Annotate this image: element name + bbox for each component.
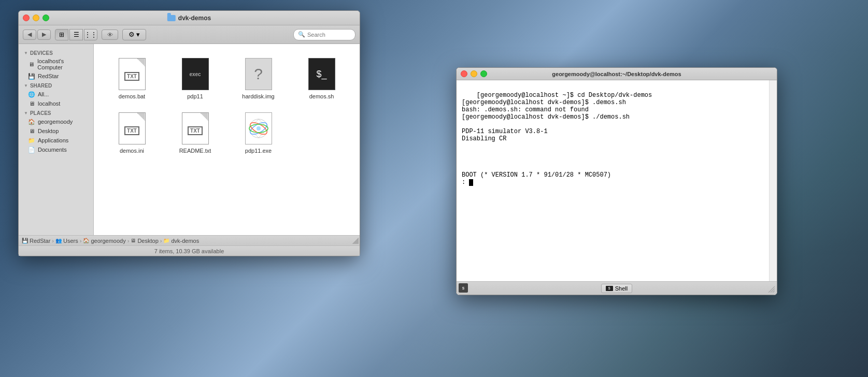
txt-badge-readme: TXT [188,126,203,135]
forward-button[interactable]: ▶ [37,30,51,40]
file-item-readme-txt[interactable]: TXT README.txt [165,106,225,158]
view-buttons: ⊞ ☰ ⋮⋮ [55,29,97,40]
breadcrumb-georgemoody[interactable]: georgemoody [91,238,125,244]
terminal-scrollbar[interactable] [769,80,777,281]
search-icon: 🔍 [298,31,305,38]
txt-badge: TXT [124,72,139,81]
terminal-minimize-button[interactable] [471,70,477,77]
file-icon-harddisk: ? [243,56,274,92]
terminal-window: georgemoody@localhost:~/Desktop/dvk-demo… [456,67,777,295]
file-item-demos-bat[interactable]: TXT demos.bat [102,52,162,104]
breadcrumb-sep-3: › [127,238,130,244]
breadcrumb-icon-redstar: 💾 [22,238,28,243]
breadcrumb: 💾 RedStar › 👥 Users › 🏠 georgemoody › 🖥 … [22,238,199,244]
breadcrumb-sep-1: › [52,238,54,244]
breadcrumb-redstar[interactable]: RedStar [30,238,50,244]
sidebar-item-applications[interactable]: Applications [19,136,93,145]
close-button[interactable] [23,15,30,21]
file-icon-demos-ini: TXT [117,110,148,147]
search-box[interactable]: 🔍 [293,29,355,40]
file-label-pdp11-exe: pdp11.exe [245,148,272,154]
txt-icon: TXT [119,58,146,90]
terminal-traffic-lights [461,70,487,77]
shell-tab-label: Shell [615,285,628,292]
column-view-button[interactable]: ⋮⋮ [84,29,97,40]
file-item-pdp11-exe[interactable]: pdp11.exe [228,106,289,158]
section-triangle-places: ▼ [24,111,28,115]
file-item-pdp11[interactable]: exec pdp11 [165,52,225,104]
breadcrumb-sep-4: › [160,238,162,244]
breadcrumb-users[interactable]: Users [63,238,78,244]
txt-icon-ini: TXT [119,112,146,144]
list-view-button[interactable]: ☰ [69,29,83,40]
globe-icon [28,91,35,98]
maximize-button[interactable] [42,15,49,21]
terminal-maximize-button[interactable] [480,70,487,77]
breadcrumb-icon-desktop: 🖥 [131,238,136,243]
eye-button[interactable]: 👁 [102,30,118,40]
icon-view-button[interactable]: ⊞ [55,29,68,40]
home-icon [28,118,35,125]
unknown-icon: ? [245,58,272,90]
nav-buttons: ◀ ▶ [23,30,51,40]
file-icon-demos-bat: TXT [117,56,148,92]
exec-icon: exec [182,58,209,90]
terminal-resize-handle[interactable] [767,285,775,293]
finder-window: dvk-demos ◀ ▶ ⊞ ☰ ⋮⋮ 👁 ⚙ ▾ 🔍 ▼ DEVICES [18,10,360,256]
shell-tab-icon: $ [606,286,613,291]
back-button[interactable]: ◀ [23,30,36,40]
terminal-close-button[interactable] [461,70,467,77]
file-label-readme: README.txt [179,148,211,154]
resize-handle[interactable] [352,238,359,244]
sidebar-item-all[interactable]: All... [19,90,93,99]
shell-tab[interactable]: $ Shell [601,284,632,293]
section-triangle-shared: ▼ [24,83,28,88]
breadcrumb-sep-2: › [80,238,82,244]
breadcrumb-desktop[interactable]: Desktop [137,238,158,244]
file-item-demos-sh[interactable]: $_ demos.sh [291,52,352,104]
sidebar-item-localhost[interactable]: localhost [19,99,93,108]
finder-breadcrumb-bar: 💾 RedStar › 👥 Users › 🏠 georgemoody › 🖥 … [19,235,360,245]
minimize-button[interactable] [33,15,39,21]
finder-titlebar: dvk-demos [19,11,360,25]
desktop-icon [28,127,35,135]
terminal-cursor [469,179,473,186]
exe-icon [245,112,272,144]
svg-line-6 [771,288,775,293]
terminal-footer: $ $ Shell [457,281,777,295]
sidebar-section-devices: ▼ DEVICES [19,48,93,57]
file-item-harddisk-img[interactable]: ? harddisk.img [228,52,289,104]
sidebar-section-shared: ▼ SHARED [19,81,93,90]
sidebar-item-redstar[interactable]: RedStar [19,71,93,81]
file-icon-readme: TXT [180,110,211,147]
computer-icon [28,61,35,68]
server-icon [28,100,35,107]
sidebar-item-georgemoody[interactable]: georgemoody [19,117,93,126]
finder-window-title: dvk-demos [167,15,211,22]
file-label-demos-bat: demos.bat [119,93,145,99]
breadcrumb-dvk-demos[interactable]: dvk-demos [171,238,199,244]
sidebar-item-localhost-computer[interactable]: localhost's Computer [19,57,93,71]
svg-line-7 [773,291,775,293]
finder-toolbar: ◀ ▶ ⊞ ☰ ⋮⋮ 👁 ⚙ ▾ 🔍 [19,25,360,44]
hd-icon [28,72,35,80]
terminal-content: [georgemoody@localhost ~]$ cd Desktop/dv… [462,92,652,186]
gear-button[interactable]: ⚙ ▾ [122,29,146,40]
file-area: TXT demos.bat exec pdp11 ? [94,44,360,235]
finder-statusbar: 7 items, 10.39 GB available [19,245,360,256]
file-icon-pdp11-exe [243,110,274,147]
terminal-body[interactable]: [georgemoody@localhost ~]$ cd Desktop/dv… [457,80,777,281]
breadcrumb-icon-georgemoody: 🏠 [83,238,89,243]
terminal-icon-symbol: $ [462,286,464,291]
search-input[interactable] [307,32,351,38]
svg-point-4 [257,126,261,130]
txt-icon-readme: TXT [182,112,209,144]
breadcrumb-icon-dvk-demos: 📁 [163,238,169,243]
file-item-demos-ini[interactable]: TXT demos.ini [102,106,162,158]
apps-icon [28,137,35,144]
sidebar-item-desktop[interactable]: Desktop [19,126,93,136]
terminal-title: georgemoody@localhost:~/Desktop/dvk-demo… [552,71,681,77]
file-label-harddisk-img: harddisk.img [242,93,274,99]
sidebar-item-documents[interactable]: Documents [19,145,93,154]
file-label-pdp11: pdp11 [187,93,203,99]
